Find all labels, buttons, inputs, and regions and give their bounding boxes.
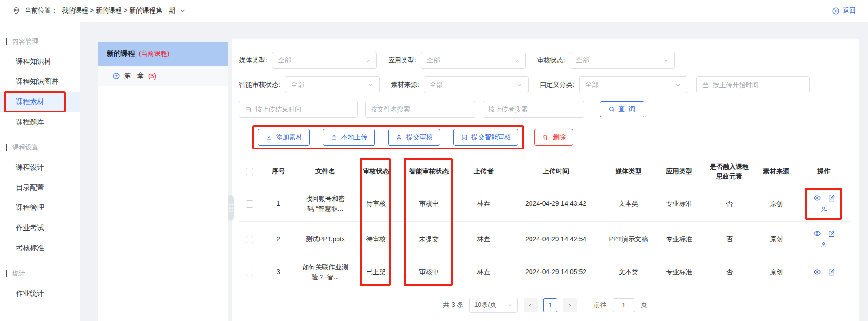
chevron-down-icon — [675, 82, 681, 88]
chevron-down-icon[interactable] — [180, 7, 186, 14]
sidebar-item-label: 课程素材 — [16, 97, 44, 106]
cell-ideology: 否 — [705, 199, 754, 209]
upload-end-time-input[interactable] — [255, 105, 352, 113]
search-button[interactable]: 查 询 — [600, 101, 644, 117]
current-course-item[interactable]: 新的课程 (当前课程) — [98, 42, 228, 66]
submit-ai-review-button[interactable]: AI 提交智能审核 — [453, 129, 518, 146]
sidebar-item-label: 目录配置 — [16, 183, 44, 192]
sidebar-item-homework-statistics[interactable]: 作业统计 — [0, 284, 80, 304]
view-icon[interactable] — [813, 230, 821, 238]
cell-uploader: 林垚 — [459, 199, 508, 209]
sidebar-item-question-bank[interactable]: 课程题库 — [0, 112, 80, 132]
sidebar-item-assessment-standard[interactable]: 考核标准 — [0, 238, 80, 258]
sidebar-item-homework-exam[interactable]: 作业考试 — [0, 218, 80, 238]
sidebar-item-label: 作业考试 — [16, 224, 44, 232]
cell-uploader: 林垚 — [459, 267, 508, 277]
sidebar-item-catalog-config[interactable]: 目录配置 — [0, 178, 80, 198]
filename-search-input[interactable] — [371, 105, 470, 113]
select-value: 全部 — [278, 56, 291, 65]
section-title-label: 统计 — [12, 269, 25, 278]
header-source: 素材来源 — [754, 166, 799, 176]
sidebar-item-knowledge-graph[interactable]: 课程知识图谱 — [0, 72, 80, 92]
sidebar-item-course-management[interactable]: 课程管理 — [0, 198, 80, 218]
cell-media-type: PPT演示文稿 — [604, 234, 653, 244]
edit-icon[interactable] — [828, 194, 835, 202]
sidebar-item-label: 考核标准 — [16, 244, 44, 253]
section-bar — [6, 38, 7, 45]
back-button[interactable]: 返回 — [832, 7, 856, 15]
add-material-button[interactable]: 添加素材 — [258, 129, 310, 146]
app-type-select[interactable]: 全部 — [421, 52, 526, 69]
select-all-checkbox[interactable] — [246, 168, 253, 175]
goto-page-input[interactable] — [613, 298, 635, 312]
chevron-down-icon — [516, 82, 523, 88]
next-page-button[interactable] — [563, 298, 577, 312]
cell-review-status: 待审核 — [353, 199, 398, 209]
expand-plus-icon[interactable] — [112, 72, 120, 80]
media-type-select[interactable]: 全部 — [272, 52, 377, 69]
cell-ai-status: 未提交 — [398, 234, 459, 244]
sidebar-item-course-design[interactable]: 课程设计 — [0, 157, 80, 178]
cell-source: 原创 — [754, 199, 799, 209]
edit-icon[interactable] — [828, 269, 835, 276]
row-checkbox[interactable] — [246, 236, 253, 243]
delete-button[interactable]: 删除 — [534, 129, 573, 146]
page-unit-label: 页 — [641, 301, 647, 309]
sidebar-section-statistics: 统计 作业统计 — [0, 269, 80, 304]
sidebar-item-label: 课程设计 — [16, 163, 44, 172]
header-uploader: 上传者 — [459, 166, 508, 176]
back-icon — [832, 7, 840, 15]
cell-source: 原创 — [754, 234, 799, 244]
app-type-label: 应用类型: — [388, 56, 416, 65]
cell-upload-time: 2024-04-29 14:42:54 — [508, 234, 604, 244]
category-label: 自定义分类: — [540, 81, 575, 89]
select-value: 全部 — [427, 56, 440, 65]
calendar-icon — [245, 106, 252, 113]
sidebar-item-label: 课程题库 — [16, 118, 44, 127]
table-row: 3 如何关联作业测验？-智... 已上架 审核中 林垚 2024-04-29 1… — [239, 257, 851, 287]
materials-table: 序号 文件名 审核状态 智能审核状态 上传者 上传时间 媒体类型 应用类型 是否… — [239, 157, 851, 287]
goto-label: 前往 — [594, 301, 607, 309]
view-icon[interactable] — [813, 194, 821, 202]
cell-operations — [799, 230, 849, 249]
sidebar-item-label: 课程管理 — [16, 203, 44, 212]
row-checkbox[interactable] — [246, 200, 253, 208]
upload-icon — [330, 134, 337, 141]
sidebar-item-knowledge-tree[interactable]: 课程知识树 — [0, 52, 80, 72]
chapter-item[interactable]: 第一章 (3) — [98, 66, 228, 86]
assign-reviewer-icon[interactable] — [820, 241, 828, 249]
button-label: 提交审核 — [406, 133, 433, 142]
page-size-select[interactable]: 10条/页 — [469, 298, 518, 313]
assign-reviewer-icon[interactable] — [820, 205, 828, 213]
row-checkbox[interactable] — [246, 269, 253, 276]
prev-page-button[interactable] — [524, 298, 538, 312]
upload-start-time-input[interactable] — [713, 81, 804, 89]
sidebar-item-label: 作业统计 — [16, 289, 44, 298]
page-1-button[interactable]: 1 — [543, 298, 557, 312]
chevron-down-icon — [507, 302, 513, 308]
button-label: 添加素材 — [276, 133, 302, 142]
submit-review-button[interactable]: 提交审核 — [388, 129, 440, 146]
sidebar-section-title: 课程设置 — [6, 142, 80, 153]
ai-status-select[interactable]: 全部 — [285, 76, 380, 93]
pagination: 共 3 条 10条/页 1 前往 页 — [239, 298, 851, 313]
category-select[interactable]: 全部 — [579, 76, 687, 93]
local-upload-button[interactable]: 本地上传 — [323, 129, 375, 146]
view-icon[interactable] — [813, 268, 821, 276]
cell-media-type: 文本类 — [604, 267, 653, 277]
select-value: 全部 — [430, 81, 443, 89]
source-select[interactable]: 全部 — [424, 76, 529, 93]
header-ideology: 是否融入课程思政元素 — [705, 162, 754, 181]
edit-icon[interactable] — [828, 230, 835, 238]
cell-filename: 测试PPT.pptx — [297, 234, 353, 244]
cell-source: 原创 — [754, 267, 799, 277]
review-status-select[interactable]: 全部 — [570, 52, 675, 69]
cell-seq: 2 — [260, 234, 297, 244]
cell-ai-status: 审核中 — [398, 199, 459, 209]
panel-resize-handle[interactable] — [228, 195, 234, 221]
chevron-down-icon — [367, 82, 374, 88]
uploader-search-input[interactable] — [488, 105, 578, 113]
sidebar-item-course-materials[interactable]: 课程素材 — [0, 92, 80, 112]
filter-row-3: 查 询 — [239, 101, 851, 118]
page: { "colors": { "accent_blue": "#3a70e2", … — [0, 0, 868, 321]
